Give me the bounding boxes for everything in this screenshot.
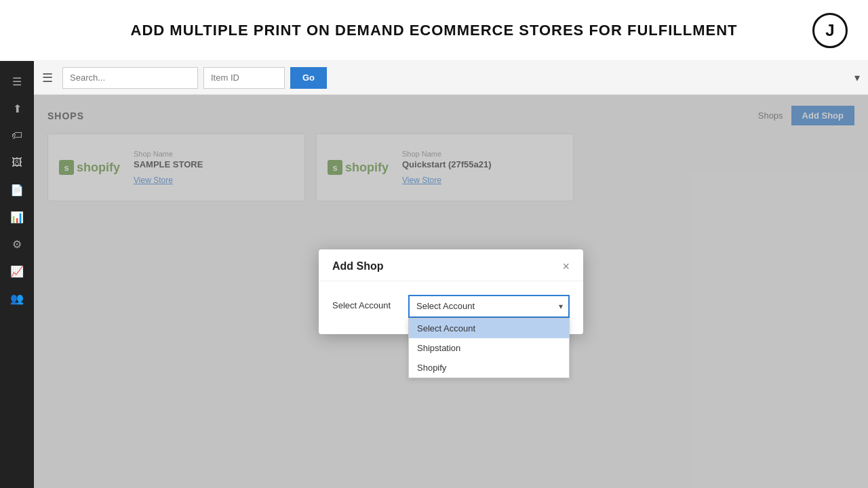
toolbar: ☰ Go ▾ — [34, 61, 868, 95]
modal-close-button[interactable]: × — [562, 260, 570, 272]
page-content: SHOPS Shops Add Shop s shopify — [34, 95, 868, 488]
select-account-label: Select Account — [332, 295, 400, 310]
sidebar-icon-document[interactable]: 📄 — [5, 178, 29, 202]
go-button[interactable]: Go — [290, 67, 327, 89]
select-account-wrapper: Select Account Shipstation Shopify ▾ Sel… — [408, 295, 570, 318]
toolbar-menu-icon[interactable]: ☰ — [42, 70, 53, 85]
select-account-dropdown[interactable]: Select Account Shipstation Shopify — [408, 295, 570, 318]
logo: J — [812, 13, 848, 48]
sidebar-icon-gear[interactable]: ⚙ — [5, 232, 29, 256]
sidebar-icon-tag[interactable]: 🏷 — [5, 123, 29, 148]
modal-overlay: Add Shop × Select Account Select Account… — [34, 95, 868, 488]
dropdown-item-shipstation[interactable]: Shipstation — [409, 338, 569, 358]
item-id-input[interactable] — [203, 67, 285, 89]
modal-field-row: Select Account Select Account Shipstatio… — [332, 295, 570, 318]
modal-body: Select Account Select Account Shipstatio… — [319, 281, 583, 334]
sidebar-icon-people[interactable]: 👥 — [5, 286, 29, 310]
sidebar-icon-barchart[interactable]: 📈 — [5, 259, 29, 283]
sidebar-icon-image[interactable]: 🖼 — [5, 150, 29, 175]
main-layout: ☰ ⬆ 🏷 🖼 📄 📊 ⚙ 📈 👥 ☰ Go ▾ SHOPS Shops — [0, 61, 868, 488]
modal-header: Add Shop × — [319, 249, 583, 281]
search-input[interactable] — [62, 67, 198, 89]
modal-title: Add Shop — [332, 260, 384, 272]
sidebar-icon-menu[interactable]: ☰ — [5, 69, 29, 94]
sidebar-icon-upload[interactable]: ⬆ — [5, 96, 29, 121]
dropdown-item-select-account[interactable]: Select Account — [409, 319, 569, 338]
content-area: ☰ Go ▾ SHOPS Shops Add Shop — [34, 61, 868, 488]
top-header: ADD MULTIPLE PRINT ON DEMAND ECOMMERCE S… — [0, 0, 868, 61]
dropdown-list: Select Account Shipstation Shopify — [408, 318, 570, 378]
sidebar-icon-chart[interactable]: 📊 — [5, 205, 29, 229]
page-title: ADD MULTIPLE PRINT ON DEMAND ECOMMERCE S… — [131, 22, 738, 39]
dropdown-item-shopify[interactable]: Shopify — [409, 358, 569, 378]
toolbar-chevron-icon[interactable]: ▾ — [854, 71, 860, 84]
add-shop-modal: Add Shop × Select Account Select Account… — [319, 249, 583, 334]
sidebar: ☰ ⬆ 🏷 🖼 📄 📊 ⚙ 📈 👥 — [0, 61, 34, 488]
